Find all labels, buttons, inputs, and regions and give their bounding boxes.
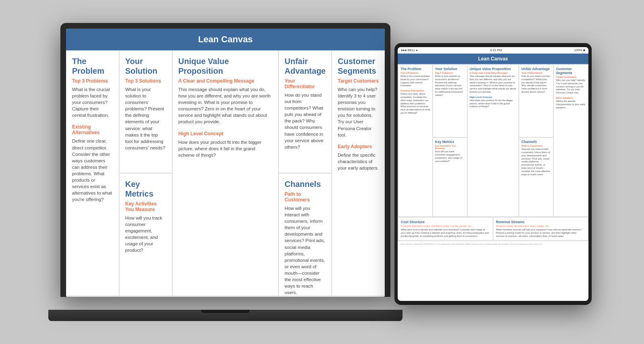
tablet-revenue-subtitle: Revenue model, life time value, gross ma… [496, 225, 585, 227]
channels-body: How will you interact with consumers, in… [285, 205, 326, 296]
tablet-status-bar: ●●● BELL ▸ 4:21 PM 100% ■ [398, 47, 588, 54]
key-metrics-title: Key Metrics [125, 179, 166, 199]
tablet-uvp-sec2: High Level Concept How does your product… [470, 96, 517, 108]
tablet-footer: Lean Canvas, created by LEANSTACK, is an… [398, 241, 588, 247]
problem-section2: Existing Alternatives Define one clear, … [72, 124, 113, 203]
tablet-uvp-sub1: A Clear and Compelling Message [470, 72, 517, 74]
tablet-unfair-sub1: Your Differentiator [521, 72, 551, 74]
laptop-base [48, 310, 402, 321]
tablet-uvp-body1: This message should explain what you do,… [470, 75, 517, 94]
laptop-canvas: Lean Canvas The Problem Top 3 Problems W… [66, 29, 385, 297]
solution-cell: Your Solution Top 3 Solutions What is yo… [119, 50, 172, 173]
tablet-main-grid: The Problem Top 3 Problems What is the c… [398, 64, 588, 217]
tablet-solution-cell: Your Solution Top 3 Solutions What is yo… [433, 64, 467, 137]
customer-segments-body1: Who can you help? Identify 3 to 4 user p… [338, 86, 379, 138]
tablet-problem-body1: What is the crucial problem faced by you… [400, 75, 430, 87]
solution-title: Your Solution [125, 56, 166, 76]
tablet-channels-cell: Channels Path to Customers How will you … [519, 137, 553, 217]
uvp-cell: Unique Value Proposition A Clear and Com… [172, 50, 279, 296]
tablet-solution-sub1: Top 3 Solutions [435, 72, 465, 74]
laptop-canvas-header: Lean Canvas [66, 29, 385, 50]
tablet-problem-sub1: Top 3 Problems [400, 72, 430, 74]
unfair-advantage-body1: How do you stand out from competitors? W… [285, 92, 326, 150]
tablet-uvp-body2: How does your product fit into the bigge… [470, 99, 517, 108]
tablet-key-metrics-cell: Key Metrics Key Activities You Measure H… [433, 137, 467, 217]
uvp-title: Unique Value Proposition [178, 56, 272, 76]
key-metrics-subtitle: Key Activities You Measure [125, 201, 166, 212]
laptop-body: Lean Canvas The Problem Top 3 Problems W… [60, 23, 390, 297]
tablet-channels-body: How will you interact with consumers, in… [521, 148, 551, 176]
problem-body1: What is the crucial problem faced by you… [72, 86, 113, 118]
laptop: Lean Canvas The Problem Top 3 Problems W… [60, 23, 390, 321]
customer-segments-subtitle2: Early Adopters [338, 144, 379, 149]
tablet-footer-text: Lean Canvas, created by LEANSTACK, is an… [400, 243, 542, 245]
tablet-customer-sub1: Target Customers [556, 76, 586, 78]
tablet-channels-title: Channels [521, 140, 551, 144]
problem-body2: Define one clear, direct competitor. Con… [72, 138, 113, 203]
tablet-key-metrics-title: Key Metrics [435, 140, 465, 144]
tablet-unfair-body1: How do you stand out from competitors? W… [521, 75, 551, 94]
laptop-canvas-title: Lean Canvas [198, 34, 253, 44]
tablet-unfair-title: Unfair Advantage [521, 67, 551, 71]
problem-subtitle2: Existing Alternatives [72, 124, 113, 135]
tablet-canvas-header: Lean Canvas [398, 54, 588, 64]
tablet: ●●● BELL ▸ 4:21 PM 100% ■ Lean Canvas Th… [394, 43, 592, 305]
tablet-key-metrics-sub: Key Activities You Measure [435, 145, 465, 149]
tablet-problem-body2: Define one clear, direct competitor. Con… [400, 93, 430, 115]
tablet-bottom-row: Cost Structure Customer acquisition cost… [398, 217, 588, 241]
tablet-customer-sub2: Early Adopters [556, 97, 586, 99]
unfair-advantage-cell: Unfair Advantage Your Differentiator How… [279, 50, 332, 173]
status-right: 100% ■ [574, 48, 585, 52]
tablet-solution-title: Your Solution [435, 67, 465, 71]
unfair-advantage-title: Unfair Advantage [285, 56, 326, 76]
tablet-customer-cell: Customer Segments Target Customers Who c… [553, 64, 588, 217]
tablet-problem-cell: The Problem Top 3 Problems What is the c… [398, 64, 433, 217]
tablet-customer-body1: Who can you help? Identify 3 to 4 user p… [556, 79, 586, 95]
customer-segments-cell: Customer Segments Target Customers Who c… [332, 50, 385, 296]
tablet-uvp-sub2: High Level Concept [470, 96, 517, 98]
tablet-solution-body1: What is your solution to consumers' prob… [435, 75, 465, 97]
problem-cell: The Problem Top 3 Problems What is the c… [66, 50, 119, 296]
tablet-cost-subtitle: Customer acquisition costs, distribution… [401, 225, 490, 227]
bottom-row: Cost Structure Customer acquisition cost… [66, 296, 385, 297]
tablet-screen: ●●● BELL ▸ 4:21 PM 100% ■ Lean Canvas Th… [398, 47, 588, 301]
customer-segments-title: Customer Segments [338, 56, 379, 76]
problem-subtitle1: Top 3 Problems [72, 78, 113, 84]
uvp-subtitle2: High Level Concept [178, 131, 272, 137]
uvp-body2: How does your product fit into the bigge… [178, 139, 272, 158]
scene: Lean Canvas The Problem Top 3 Problems W… [40, 11, 604, 333]
laptop-canvas-body: The Problem Top 3 Problems What is the c… [66, 50, 385, 296]
tablet-unfair-cell: Unfair Advantage Your Differentiator How… [519, 64, 553, 137]
tablet-problem-title: The Problem [400, 67, 430, 71]
tablet-uvp-title: Unique Value Proposition [470, 67, 517, 71]
tablet-cost-body: What will it cost to launch and maintain… [401, 228, 490, 238]
status-left: ●●● BELL ▸ [401, 48, 418, 52]
tablet-revenue-title: Revenue Streams [496, 220, 585, 224]
revenue-streams-cell: Revenue Streams Revenue model, life time… [225, 296, 385, 297]
uvp-body1: This message should explain what you do,… [178, 86, 272, 125]
tablet-canvas: Lean Canvas The Problem Top 3 Problems W… [398, 54, 588, 299]
tablet-key-metrics-body: How will you track consumer engagement, … [435, 150, 465, 163]
uvp-subtitle1: A Clear and Compelling Message [178, 78, 272, 84]
problem-title: The Problem [72, 56, 113, 76]
status-center: 4:21 PM [490, 48, 502, 52]
tablet-customer-body2: Define the specific characteristics of y… [556, 100, 586, 109]
uvp-section2: High Level Concept How does your product… [178, 131, 272, 158]
customer-segments-body2: Define the specific characteristics of y… [338, 152, 379, 171]
channels-subtitle: Path to Customers [285, 191, 326, 203]
customer-segments-subtitle1: Target Customers [338, 78, 379, 84]
key-metrics-cell: Key Metrics Key Activities You Measure H… [119, 173, 172, 296]
tablet-problem-sub2: Existing Alternatives [400, 89, 430, 92]
solution-body1: What is your solution to consumers' prob… [125, 86, 166, 151]
channels-title: Channels [285, 179, 326, 189]
tablet-canvas-title: Lean Canvas [478, 56, 508, 62]
tablet-cost-title: Cost Structure [401, 220, 490, 224]
channels-cell: Channels Path to Customers How will you … [279, 173, 332, 296]
tablet-revenue-body: What monetary sources will fuel your com… [496, 228, 585, 238]
tablet-channels-sub: Path to Customers [521, 145, 551, 147]
cost-structure-cell: Cost Structure Customer acquisition cost… [66, 296, 225, 297]
unfair-advantage-subtitle1: Your Differentiator [285, 78, 326, 89]
tablet-problem-sec2: Existing Alternatives Define one clear, … [400, 89, 430, 115]
tablet-customer-title: Customer Segments [556, 67, 586, 75]
tablet-customer-sec2: Early Adopters Define the specific chara… [556, 97, 586, 109]
